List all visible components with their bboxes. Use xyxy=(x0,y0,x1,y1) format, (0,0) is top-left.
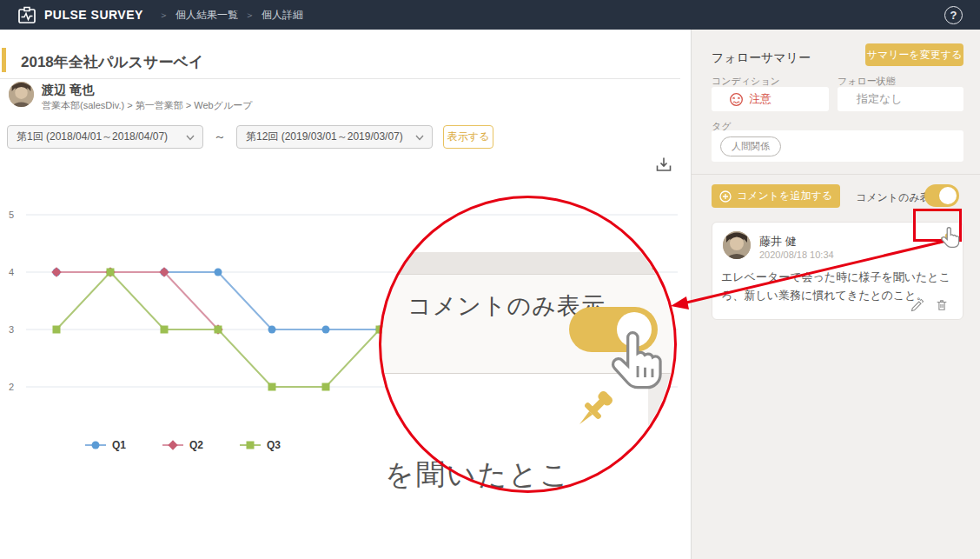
chart-legend: Q1Q2Q3 xyxy=(85,439,281,451)
pulse-survey-page: PULSE SURVEY ＞ 個人結果一覧 ＞ 個人詳細 ? 2018年全社パル… xyxy=(0,0,980,559)
user-org-path: 営業本部(salesDiv.) > 第一営業部 > Webグループ xyxy=(42,99,252,112)
plus-circle-icon xyxy=(719,190,732,203)
condition-label: コンディション xyxy=(712,75,780,88)
divider xyxy=(0,78,680,79)
follow-summary-title: フォローサマリー xyxy=(712,50,811,66)
chevron-down-icon xyxy=(415,135,424,141)
page-title: 2018年全社パルスサーベイ xyxy=(21,52,203,72)
legend-circle-marker-icon xyxy=(85,440,106,450)
tag-pill: 人間関係 xyxy=(720,136,781,156)
range-tilde: ～ xyxy=(214,130,226,145)
follow-status-label: フォロー状態 xyxy=(838,75,896,88)
follow-status-value: 指定なし xyxy=(857,91,903,107)
comment-author-name: 藤井 健 xyxy=(759,234,797,250)
period-to-select[interactable]: 第12回 (2019/03/01～2019/03/07) xyxy=(236,125,433,149)
svg-text:4: 4 xyxy=(9,267,14,277)
distressed-face-icon xyxy=(729,92,744,107)
app-header: PULSE SURVEY ＞ 個人結果一覧 ＞ 個人詳細 ? xyxy=(0,0,980,30)
app-title: PULSE SURVEY xyxy=(44,8,143,22)
breadcrumb-personal-detail: 個人詳細 xyxy=(262,8,303,23)
delete-trash-icon[interactable] xyxy=(935,298,949,312)
period-from-value: 第1回 (2018/04/01～2018/04/07) xyxy=(17,130,168,144)
help-icon[interactable]: ? xyxy=(944,6,963,24)
follow-status-value-box[interactable]: 指定なし xyxy=(838,87,963,111)
comment-datetime: 2020/08/18 10:34 xyxy=(759,250,834,260)
svg-text:5: 5 xyxy=(9,210,14,220)
svg-text:2: 2 xyxy=(9,382,14,392)
period-filters: 第1回 (2018/04/01～2018/04/07) ～ 第12回 (2019… xyxy=(7,125,493,149)
toggle-knob xyxy=(939,187,957,204)
condition-value: 注意 xyxy=(749,91,771,107)
pulse-line-chart: 12345第1回第2回第3回第4回第5回第6回第7回第8回第9回第10回第11回… xyxy=(0,174,686,435)
legend-label: Q2 xyxy=(189,439,203,451)
comments-only-toggle[interactable] xyxy=(924,184,959,207)
edit-pencil-icon[interactable] xyxy=(910,298,924,312)
legend-square-marker-icon xyxy=(240,440,261,450)
follow-sidebar: フォローサマリー サマリーを変更する コンディション フォロー状態 注意 指定な… xyxy=(691,30,980,559)
chevron-down-icon xyxy=(186,135,195,141)
tag-box[interactable]: 人間関係 xyxy=(712,130,963,162)
divider xyxy=(692,174,980,175)
period-to-value: 第12回 (2019/03/01～2019/03/07) xyxy=(246,130,403,144)
legend-item-q2[interactable]: Q2 xyxy=(162,439,203,451)
breadcrumb-separator: ＞ xyxy=(159,9,169,22)
legend-label: Q1 xyxy=(112,439,126,451)
legend-label: Q3 xyxy=(267,439,281,451)
add-comment-button[interactable]: コメントを追加する xyxy=(712,184,840,208)
breadcrumb-separator: ＞ xyxy=(245,9,255,22)
breadcrumb-personal-results[interactable]: 個人結果一覧 xyxy=(175,8,238,23)
user-name: 渡辺 竜也 xyxy=(42,83,94,98)
user-avatar xyxy=(9,82,34,107)
show-button[interactable]: 表示する xyxy=(443,125,493,149)
svg-text:3: 3 xyxy=(9,324,14,335)
legend-diamond-marker-icon xyxy=(162,440,183,450)
comment-author-avatar xyxy=(723,231,751,259)
title-accent-bar xyxy=(2,48,6,72)
change-summary-button[interactable]: サマリーを変更する xyxy=(865,43,963,66)
add-comment-label: コメントを追加する xyxy=(737,189,832,203)
legend-item-q1[interactable]: Q1 xyxy=(85,439,126,451)
main-content: 2018年全社パルスサーベイ 渡辺 竜也 営業本部(salesDiv.) > 第… xyxy=(0,30,691,559)
legend-item-q3[interactable]: Q3 xyxy=(240,439,281,451)
condition-value-box[interactable]: 注意 xyxy=(712,87,829,111)
hand-cursor-icon xyxy=(939,226,963,253)
download-icon[interactable] xyxy=(653,155,674,176)
period-from-select[interactable]: 第1回 (2018/04/01～2018/04/07) xyxy=(7,125,203,149)
pulse-survey-logo-icon xyxy=(17,6,36,23)
